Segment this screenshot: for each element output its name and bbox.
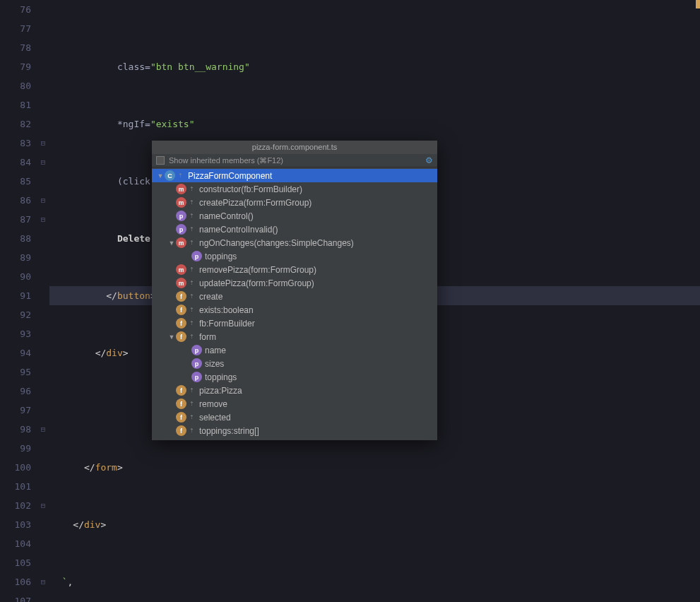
tree-label: remove	[199, 399, 227, 409]
property-icon: p	[191, 251, 202, 261]
tree-label: removePizza(form:FormGroup)	[199, 265, 316, 275]
tree-item-method[interactable]: m⇡constructor(fb:FormBuilder)	[152, 182, 437, 196]
tree-item-method[interactable]: p⇡nameControl()	[152, 209, 437, 223]
chevron-down-icon[interactable]: ▼	[156, 172, 165, 179]
tree-item-field[interactable]: f⇡remove	[152, 397, 437, 411]
property-icon: p	[176, 211, 186, 221]
tree-label: toppings	[205, 252, 237, 261]
show-inherited-label: Show inherited members (⌘F12)	[169, 156, 283, 165]
tree-item-prop[interactable]: pname	[152, 343, 437, 357]
tree-label: toppings:string[]	[199, 426, 259, 436]
method-icon: m	[176, 264, 186, 275]
property-icon: p	[191, 358, 202, 369]
tree-item-field[interactable]: ▼f⇡form	[152, 330, 437, 343]
show-inherited-checkbox[interactable]	[156, 156, 165, 165]
tree-label: sizes	[205, 359, 224, 369]
tree-item-field[interactable]: f⇡exists:boolean	[152, 303, 437, 317]
method-icon: m	[176, 237, 186, 248]
tree-item-method[interactable]: m⇡updatePizza(form:FormGroup)	[152, 276, 437, 290]
field-icon: f	[176, 399, 186, 409]
field-icon: f	[176, 425, 186, 436]
tree-item-method[interactable]: m⇡createPizza(form:FormGroup)	[152, 196, 437, 209]
line-number-gutter: 7677787980818283848586878889909192939495…	[0, 0, 37, 602]
tree-item-prop[interactable]: ptoppings	[152, 249, 437, 263]
tree-label: ngOnChanges(changes:SimpleChanges)	[199, 238, 354, 248]
tree-label: nameControl()	[199, 211, 254, 221]
tree-item-method[interactable]: m⇡removePizza(form:FormGroup)	[152, 263, 437, 276]
code-line[interactable]: *ngIf="exists"	[51, 114, 700, 134]
property-icon: p	[191, 372, 202, 382]
field-icon: f	[176, 331, 186, 342]
method-icon: m	[176, 278, 186, 288]
popup-header: Show inherited members (⌘F12) ⚙	[152, 154, 437, 167]
tree-label: nameControlInvalid()	[199, 225, 278, 235]
tree-label: selected	[199, 413, 231, 423]
tree-item-field[interactable]: f⇡create	[152, 290, 437, 303]
field-icon: f	[176, 412, 186, 423]
tree-item-field[interactable]: f⇡pizza:Pizza	[152, 384, 437, 397]
tree-label: create	[199, 292, 223, 302]
field-icon: f	[176, 318, 186, 329]
class-icon: C	[165, 170, 175, 181]
file-structure-popup[interactable]: pizza-form.component.ts Show inherited m…	[152, 141, 437, 440]
tree-item-field[interactable]: f⇡fb:FormBuilder	[152, 317, 437, 330]
tree-label: toppings	[205, 372, 237, 382]
tree-item-prop[interactable]: ptoppings	[152, 370, 437, 384]
property-icon: p	[191, 345, 202, 355]
gear-icon[interactable]: ⚙	[425, 155, 433, 165]
tree-item-method[interactable]: p⇡nameControlInvalid()	[152, 223, 437, 236]
chevron-down-icon[interactable]: ▼	[167, 334, 176, 341]
code-line[interactable]: </div>	[51, 515, 700, 534]
field-icon: f	[176, 291, 186, 302]
field-icon: f	[176, 385, 186, 396]
code-line[interactable]: `,	[51, 572, 700, 591]
tree-item-method[interactable]: ▼m⇡ngOnChanges(changes:SimpleChanges)	[152, 236, 437, 249]
field-icon: f	[176, 305, 186, 315]
tree-label: form	[199, 332, 216, 342]
tree-label: constructor(fb:FormBuilder)	[199, 184, 302, 194]
structure-tree[interactable]: ▼ C ⇡ PizzaFormComponent m⇡constructor(f…	[152, 167, 437, 440]
tree-item-prop[interactable]: psizes	[152, 357, 437, 370]
tree-label: pizza:Pizza	[199, 386, 242, 396]
code-line[interactable]: class="btn btn__warning"	[51, 57, 700, 76]
property-icon: p	[176, 224, 186, 235]
fold-gutter: ⊟⊟⊟⊟⊟⊟⊟	[37, 0, 49, 602]
tree-item-class[interactable]: ▼ C ⇡ PizzaFormComponent	[152, 169, 437, 182]
chevron-down-icon[interactable]: ▼	[167, 240, 176, 247]
popup-title: pizza-form.component.ts	[152, 141, 437, 154]
tree-item-field[interactable]: f⇡selected	[152, 411, 437, 424]
method-icon: m	[176, 184, 186, 194]
tree-label: exists:boolean	[199, 305, 254, 315]
code-line[interactable]: </form>	[51, 458, 700, 477]
tree-item-field[interactable]: f⇡toppings:string[]	[152, 424, 437, 437]
tree-label: PizzaFormComponent	[188, 171, 272, 181]
method-icon: m	[176, 197, 186, 208]
tree-label: updatePizza(form:FormGroup)	[199, 278, 314, 288]
tree-label: createPizza(form:FormGroup)	[199, 198, 312, 208]
tree-label: name	[205, 346, 226, 355]
tree-label: fb:FormBuilder	[199, 319, 255, 329]
